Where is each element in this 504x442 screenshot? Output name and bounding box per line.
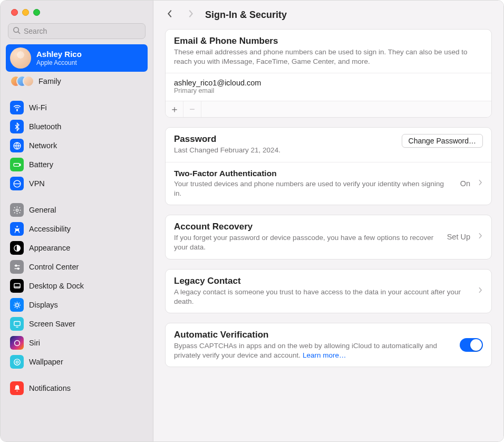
- chevron-right-icon: [478, 179, 483, 188]
- legacy-contact-row[interactable]: Legacy Contact A legacy contact is someo…: [166, 270, 491, 313]
- svg-point-8: [16, 226, 18, 227]
- sidebar-item-label: General: [29, 206, 56, 214]
- change-password-button[interactable]: Change Password…: [402, 134, 483, 148]
- legacy-desc: A legacy contact is someone you trust to…: [174, 287, 470, 306]
- account-subtitle: Apple Account: [36, 59, 82, 66]
- svg-rect-17: [14, 321, 20, 325]
- email-phone-heading: Email & Phone Numbers: [174, 36, 483, 46]
- email-phone-card: Email & Phone Numbers These email addres…: [165, 29, 492, 118]
- sidebar-item-label: Battery: [29, 160, 53, 169]
- sidebar-item-label: Wi-Fi: [29, 103, 47, 112]
- sidebar-item-label: Displays: [29, 301, 58, 309]
- minus-icon: −: [189, 104, 195, 115]
- svg-point-19: [14, 340, 20, 345]
- svg-point-2: [16, 110, 17, 110]
- sidebar-item-family[interactable]: Family: [6, 72, 148, 91]
- password-card: Password Last Changed February 21, 2024.…: [165, 127, 492, 205]
- auto-verify-heading: Automatic Verification: [174, 330, 452, 340]
- account-name: Ashley Rico: [36, 50, 82, 59]
- fullscreen-window-button[interactable]: [33, 9, 40, 16]
- email-phone-desc: These email addresses and phone numbers …: [174, 47, 483, 66]
- family-avatars-icon: [10, 74, 33, 88]
- sidebar-item-label: Control Center: [29, 263, 79, 271]
- search-icon: [13, 26, 21, 36]
- sidebar-item-wallpaper[interactable]: Wallpaper: [6, 352, 148, 371]
- sliders-icon: [10, 260, 24, 274]
- sidebar-item-screen-saver[interactable]: Screen Saver: [6, 314, 148, 333]
- svg-point-20: [14, 359, 20, 364]
- avatar: [10, 47, 31, 69]
- page-title: Sign-In & Security: [205, 9, 287, 21]
- account-recovery-desc: If you forget your password or device pa…: [174, 233, 440, 252]
- sidebar-item-desktop-dock[interactable]: Desktop & Dock: [6, 276, 148, 295]
- sidebar-item-label: Screen Saver: [29, 320, 75, 328]
- sidebar-item-label: Appearance: [29, 244, 70, 252]
- svg-rect-5: [20, 164, 20, 166]
- remove-button: −: [183, 101, 201, 117]
- sidebar-item-battery[interactable]: Battery: [6, 155, 148, 174]
- topbar: Sign-In & Security: [153, 1, 503, 27]
- svg-point-12: [15, 265, 16, 266]
- chevron-right-icon: [188, 9, 194, 21]
- sidebar-item-appearance[interactable]: Appearance: [6, 238, 148, 257]
- email-value: ashley_rico1@icloud.com: [174, 79, 483, 87]
- window-controls: [1, 1, 153, 23]
- wifi-icon: [10, 101, 24, 114]
- email-row[interactable]: ashley_rico1@icloud.com Primary email: [166, 73, 491, 101]
- main-content: Sign-In & Security Email & Phone Numbers…: [153, 1, 503, 441]
- bluetooth-icon: [10, 120, 24, 133]
- two-factor-row[interactable]: Two-Factor Authentication Your trusted d…: [166, 162, 491, 205]
- accessibility-icon: [10, 222, 24, 236]
- sidebar-item-displays[interactable]: Displays: [6, 295, 148, 314]
- screensaver-icon: [10, 317, 24, 331]
- sidebar-item-account[interactable]: Ashley Rico Apple Account: [6, 44, 148, 72]
- sidebar-item-label: Accessibility: [29, 225, 71, 233]
- sidebar-item-bluetooth[interactable]: Bluetooth: [6, 117, 148, 136]
- globe-icon: [10, 139, 24, 152]
- chevron-right-icon: [478, 286, 483, 296]
- two-factor-heading: Two-Factor Authentication: [174, 169, 453, 178]
- two-factor-desc: Your trusted devices and phone numbers a…: [174, 179, 453, 198]
- sidebar-item-label: VPN: [29, 179, 45, 188]
- search-input[interactable]: Search: [8, 23, 146, 39]
- displays-icon: [10, 298, 24, 312]
- wallpaper-icon: [10, 355, 24, 369]
- auto-verify-desc: Bypass CAPTCHAs in apps and on the web b…: [174, 341, 452, 360]
- sidebar-item-label: Notifications: [29, 384, 71, 392]
- minimize-window-button[interactable]: [22, 9, 29, 16]
- svg-point-16: [15, 303, 18, 306]
- account-recovery-status: Set Up: [447, 233, 470, 241]
- sidebar-item-control-center[interactable]: Control Center: [6, 257, 148, 276]
- auto-verify-toggle[interactable]: [460, 338, 483, 352]
- battery-icon: [10, 158, 24, 171]
- sidebar-item-label: Siri: [29, 339, 40, 347]
- sidebar-item-siri[interactable]: Siri: [6, 333, 148, 352]
- sidebar-item-label: Network: [29, 141, 57, 150]
- sidebar-item-wifi[interactable]: Wi-Fi: [6, 98, 148, 117]
- chevron-left-icon: [167, 9, 173, 21]
- sidebar-item-notifications[interactable]: Notifications: [6, 379, 148, 398]
- password-desc: Last Changed February 21, 2024.: [174, 146, 394, 155]
- svg-line-1: [18, 32, 20, 34]
- plus-icon: ＋: [170, 103, 179, 116]
- sidebar-item-vpn[interactable]: VPN: [6, 174, 148, 193]
- auto-verification-card: Automatic Verification Bypass CAPTCHAs i…: [165, 323, 492, 367]
- forward-button: [184, 8, 198, 22]
- sidebar-item-network[interactable]: Network: [6, 136, 148, 155]
- svg-rect-14: [14, 283, 20, 288]
- svg-rect-4: [14, 163, 20, 166]
- account-recovery-row[interactable]: Account Recovery If you forget your pass…: [166, 215, 491, 258]
- two-factor-status: On: [460, 179, 470, 188]
- back-button[interactable]: [163, 8, 177, 22]
- add-button[interactable]: ＋: [166, 101, 183, 117]
- learn-more-link[interactable]: Learn more…: [303, 351, 346, 359]
- sidebar: Search Ashley Rico Apple Account Family: [1, 1, 153, 441]
- add-remove-bar: ＋ −: [166, 101, 491, 117]
- sidebar-item-general[interactable]: General: [6, 200, 148, 219]
- vpn-icon: [10, 177, 24, 190]
- sidebar-item-accessibility[interactable]: Accessibility: [6, 219, 148, 238]
- close-window-button[interactable]: [11, 9, 18, 16]
- siri-icon: [10, 336, 24, 350]
- gear-icon: [10, 203, 24, 217]
- search-placeholder: Search: [24, 27, 47, 35]
